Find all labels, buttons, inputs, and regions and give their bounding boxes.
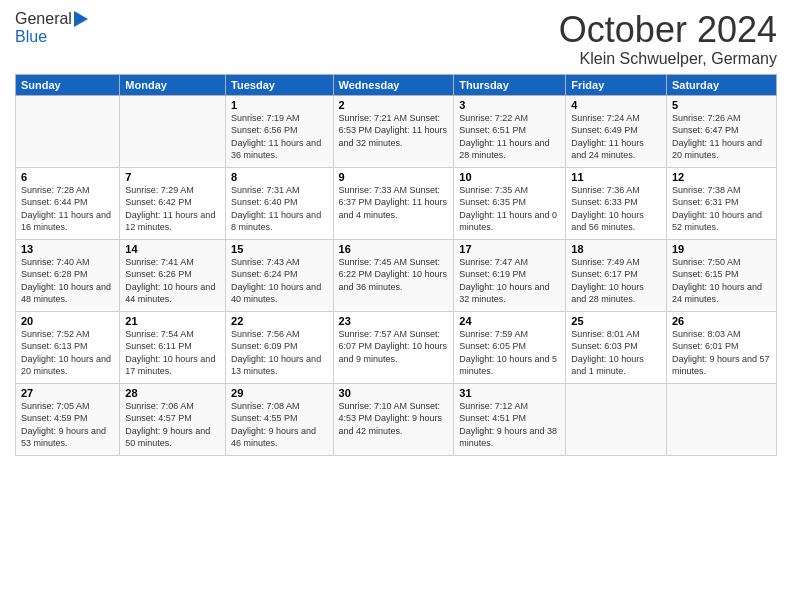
table-row: 1Sunrise: 7:19 AM Sunset: 6:56 PM Daylig… <box>226 95 333 167</box>
table-row: 19Sunrise: 7:50 AM Sunset: 6:15 PM Dayli… <box>666 239 776 311</box>
day-number: 26 <box>672 315 771 327</box>
day-info: Sunrise: 7:59 AM Sunset: 6:05 PM Dayligh… <box>459 328 560 378</box>
day-number: 13 <box>21 243 114 255</box>
day-info: Sunrise: 7:35 AM Sunset: 6:35 PM Dayligh… <box>459 184 560 234</box>
calendar-header-row: Sunday Monday Tuesday Wednesday Thursday… <box>16 74 777 95</box>
day-number: 16 <box>339 243 449 255</box>
table-row: 16Sunrise: 7:45 AM Sunset: 6:22 PM Dayli… <box>333 239 454 311</box>
table-row: 20Sunrise: 7:52 AM Sunset: 6:13 PM Dayli… <box>16 311 120 383</box>
day-number: 10 <box>459 171 560 183</box>
day-number: 21 <box>125 315 220 327</box>
table-row: 30Sunrise: 7:10 AM Sunset: 4:53 PM Dayli… <box>333 383 454 455</box>
header: General Blue October 2024 Klein Schwuelp… <box>15 10 777 68</box>
day-info: Sunrise: 7:10 AM Sunset: 4:53 PM Dayligh… <box>339 400 449 438</box>
day-number: 15 <box>231 243 327 255</box>
title-area: October 2024 Klein Schwuelper, Germany <box>559 10 777 68</box>
day-info: Sunrise: 7:49 AM Sunset: 6:17 PM Dayligh… <box>571 256 661 306</box>
table-row: 15Sunrise: 7:43 AM Sunset: 6:24 PM Dayli… <box>226 239 333 311</box>
day-info: Sunrise: 7:22 AM Sunset: 6:51 PM Dayligh… <box>459 112 560 162</box>
table-row: 25Sunrise: 8:01 AM Sunset: 6:03 PM Dayli… <box>566 311 667 383</box>
calendar-week-row: 1Sunrise: 7:19 AM Sunset: 6:56 PM Daylig… <box>16 95 777 167</box>
page: General Blue October 2024 Klein Schwuelp… <box>0 0 792 612</box>
table-row: 28Sunrise: 7:06 AM Sunset: 4:57 PM Dayli… <box>120 383 226 455</box>
table-row: 9Sunrise: 7:33 AM Sunset: 6:37 PM Daylig… <box>333 167 454 239</box>
day-number: 6 <box>21 171 114 183</box>
day-info: Sunrise: 7:05 AM Sunset: 4:59 PM Dayligh… <box>21 400 114 450</box>
day-number: 20 <box>21 315 114 327</box>
day-info: Sunrise: 7:54 AM Sunset: 6:11 PM Dayligh… <box>125 328 220 378</box>
day-number: 29 <box>231 387 327 399</box>
day-number: 12 <box>672 171 771 183</box>
day-info: Sunrise: 7:26 AM Sunset: 6:47 PM Dayligh… <box>672 112 771 162</box>
day-number: 3 <box>459 99 560 111</box>
day-info: Sunrise: 7:31 AM Sunset: 6:40 PM Dayligh… <box>231 184 327 234</box>
table-row: 4Sunrise: 7:24 AM Sunset: 6:49 PM Daylig… <box>566 95 667 167</box>
day-number: 22 <box>231 315 327 327</box>
day-number: 14 <box>125 243 220 255</box>
logo-general-text: General <box>15 10 72 28</box>
calendar-table: Sunday Monday Tuesday Wednesday Thursday… <box>15 74 777 456</box>
table-row: 7Sunrise: 7:29 AM Sunset: 6:42 PM Daylig… <box>120 167 226 239</box>
table-row: 5Sunrise: 7:26 AM Sunset: 6:47 PM Daylig… <box>666 95 776 167</box>
day-number: 1 <box>231 99 327 111</box>
table-row <box>120 95 226 167</box>
logo-blue-text: Blue <box>15 28 47 46</box>
day-number: 2 <box>339 99 449 111</box>
day-number: 9 <box>339 171 449 183</box>
day-number: 4 <box>571 99 661 111</box>
logo: General Blue <box>15 10 88 46</box>
table-row: 3Sunrise: 7:22 AM Sunset: 6:51 PM Daylig… <box>454 95 566 167</box>
calendar-week-row: 13Sunrise: 7:40 AM Sunset: 6:28 PM Dayli… <box>16 239 777 311</box>
day-info: Sunrise: 7:38 AM Sunset: 6:31 PM Dayligh… <box>672 184 771 234</box>
day-number: 18 <box>571 243 661 255</box>
day-info: Sunrise: 7:24 AM Sunset: 6:49 PM Dayligh… <box>571 112 661 162</box>
day-number: 31 <box>459 387 560 399</box>
table-row: 24Sunrise: 7:59 AM Sunset: 6:05 PM Dayli… <box>454 311 566 383</box>
table-row <box>566 383 667 455</box>
month-title: October 2024 <box>559 10 777 50</box>
day-info: Sunrise: 7:56 AM Sunset: 6:09 PM Dayligh… <box>231 328 327 378</box>
table-row: 26Sunrise: 8:03 AM Sunset: 6:01 PM Dayli… <box>666 311 776 383</box>
table-row: 12Sunrise: 7:38 AM Sunset: 6:31 PM Dayli… <box>666 167 776 239</box>
calendar-week-row: 20Sunrise: 7:52 AM Sunset: 6:13 PM Dayli… <box>16 311 777 383</box>
day-info: Sunrise: 7:28 AM Sunset: 6:44 PM Dayligh… <box>21 184 114 234</box>
day-info: Sunrise: 8:01 AM Sunset: 6:03 PM Dayligh… <box>571 328 661 378</box>
table-row: 10Sunrise: 7:35 AM Sunset: 6:35 PM Dayli… <box>454 167 566 239</box>
table-row: 2Sunrise: 7:21 AM Sunset: 6:53 PM Daylig… <box>333 95 454 167</box>
day-info: Sunrise: 7:52 AM Sunset: 6:13 PM Dayligh… <box>21 328 114 378</box>
day-info: Sunrise: 7:08 AM Sunset: 4:55 PM Dayligh… <box>231 400 327 450</box>
day-number: 11 <box>571 171 661 183</box>
table-row: 6Sunrise: 7:28 AM Sunset: 6:44 PM Daylig… <box>16 167 120 239</box>
table-row: 21Sunrise: 7:54 AM Sunset: 6:11 PM Dayli… <box>120 311 226 383</box>
location-title: Klein Schwuelper, Germany <box>559 50 777 68</box>
table-row <box>16 95 120 167</box>
table-row: 31Sunrise: 7:12 AM Sunset: 4:51 PM Dayli… <box>454 383 566 455</box>
day-info: Sunrise: 7:19 AM Sunset: 6:56 PM Dayligh… <box>231 112 327 162</box>
table-row: 8Sunrise: 7:31 AM Sunset: 6:40 PM Daylig… <box>226 167 333 239</box>
day-info: Sunrise: 8:03 AM Sunset: 6:01 PM Dayligh… <box>672 328 771 378</box>
day-number: 17 <box>459 243 560 255</box>
table-row: 27Sunrise: 7:05 AM Sunset: 4:59 PM Dayli… <box>16 383 120 455</box>
day-info: Sunrise: 7:06 AM Sunset: 4:57 PM Dayligh… <box>125 400 220 450</box>
day-info: Sunrise: 7:47 AM Sunset: 6:19 PM Dayligh… <box>459 256 560 306</box>
day-number: 28 <box>125 387 220 399</box>
col-sunday: Sunday <box>16 74 120 95</box>
day-info: Sunrise: 7:45 AM Sunset: 6:22 PM Dayligh… <box>339 256 449 294</box>
logo-arrow-icon <box>74 11 88 27</box>
table-row <box>666 383 776 455</box>
table-row: 14Sunrise: 7:41 AM Sunset: 6:26 PM Dayli… <box>120 239 226 311</box>
table-row: 29Sunrise: 7:08 AM Sunset: 4:55 PM Dayli… <box>226 383 333 455</box>
calendar-week-row: 6Sunrise: 7:28 AM Sunset: 6:44 PM Daylig… <box>16 167 777 239</box>
col-thursday: Thursday <box>454 74 566 95</box>
day-number: 19 <box>672 243 771 255</box>
col-wednesday: Wednesday <box>333 74 454 95</box>
day-number: 23 <box>339 315 449 327</box>
table-row: 17Sunrise: 7:47 AM Sunset: 6:19 PM Dayli… <box>454 239 566 311</box>
day-number: 5 <box>672 99 771 111</box>
table-row: 18Sunrise: 7:49 AM Sunset: 6:17 PM Dayli… <box>566 239 667 311</box>
day-number: 30 <box>339 387 449 399</box>
day-info: Sunrise: 7:29 AM Sunset: 6:42 PM Dayligh… <box>125 184 220 234</box>
day-info: Sunrise: 7:33 AM Sunset: 6:37 PM Dayligh… <box>339 184 449 222</box>
day-number: 24 <box>459 315 560 327</box>
table-row: 23Sunrise: 7:57 AM Sunset: 6:07 PM Dayli… <box>333 311 454 383</box>
